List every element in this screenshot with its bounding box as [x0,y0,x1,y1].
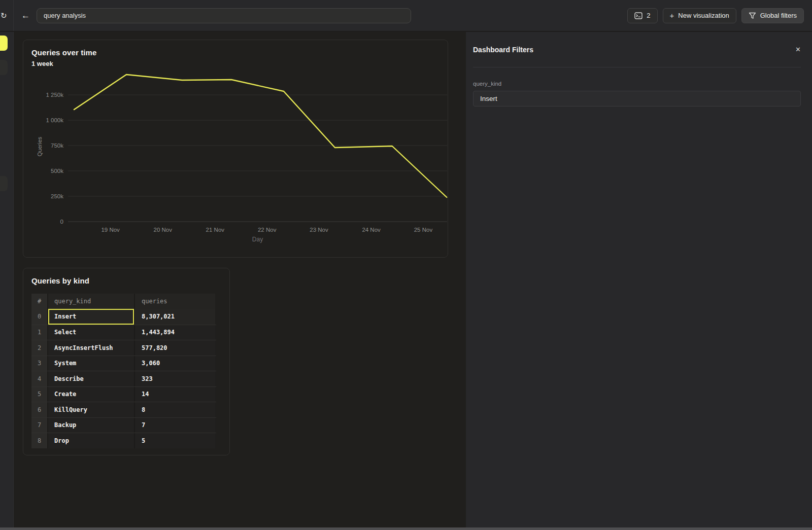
x-axis-title: Day [252,236,263,243]
queries-value-cell[interactable]: 1,443,894 [135,325,215,340]
row-index-cell[interactable]: 8 [31,433,48,448]
queries-value-cell[interactable]: 5 [135,433,215,448]
console-panel-icon [634,12,642,19]
table-row: 4Describe323 [31,371,216,386]
table-row: 6KillQuery8 [31,402,216,417]
table-header-index: # [31,294,48,309]
new-visualization-button[interactable]: + New visualization [663,8,736,23]
new-visualization-label: New visualization [678,12,729,19]
query-kind-cell[interactable]: Drop [48,433,135,448]
y-tick-label: 1 000k [46,117,63,123]
table-title: Queries by kind [31,276,221,285]
back-arrow-icon[interactable]: ← [21,11,30,20]
dashboard-filters-panel: Dashboard Filters ✕ query_kind [466,32,812,530]
query-kind-cell[interactable]: AsyncInsertFlush [48,340,135,356]
queries-value-cell[interactable]: 8,307,021 [135,309,215,325]
x-tick-label: 24 Nov [362,227,381,233]
global-filters-button[interactable]: Global filters [741,8,804,23]
x-tick-label: 22 Nov [258,227,277,233]
queries-line-series [74,75,447,197]
line-chart: 0250k500k750k1 000k1 250k19 Nov20 Nov21 … [23,70,448,249]
sidebar-item[interactable] [0,60,8,75]
row-index-cell[interactable]: 7 [31,418,48,433]
table-row: 8Drop5 [31,433,216,448]
query-kind-cell[interactable]: KillQuery [48,402,135,417]
table-card-queries-by-kind: Queries by kind # query_kind queries 0In… [23,268,230,455]
query-kind-cell[interactable]: Insert [48,309,135,325]
row-index-cell[interactable]: 5 [31,387,48,402]
row-index-cell[interactable]: 2 [31,340,48,356]
dashboard-canvas: Queries over time 1 week 0250k500k750k1 … [14,32,466,530]
filter-field-label: query_kind [473,81,801,87]
x-tick-label: 23 Nov [310,227,328,233]
row-index-cell[interactable]: 4 [31,371,48,386]
chart-title: Queries over time [31,48,439,57]
plus-icon: + [670,12,674,19]
left-sidebar-strip [0,32,14,530]
queries-value-cell[interactable]: 577,820 [135,340,215,356]
table-body: 0Insert8,307,0211Select1,443,8942AsyncIn… [31,309,216,448]
top-bar-actions: 2 + New visualization Global filters [627,8,804,23]
x-tick-label: 25 Nov [414,227,433,233]
filters-panel-title: Dashboard Filters [473,46,533,54]
global-filters-label: Global filters [760,12,797,19]
query-kind-cell[interactable]: Select [48,325,135,340]
queries-value-cell[interactable]: 7 [135,418,215,433]
funnel-filter-icon [749,12,756,19]
y-tick-label: 0 [60,219,63,225]
y-tick-label: 250k [51,193,63,199]
table-row: 3System3,060 [31,356,216,371]
table-header-queries: queries [135,294,215,309]
table-row: 2AsyncInsertFlush577,820 [31,340,216,356]
dashboard-title-input[interactable] [37,8,411,23]
x-tick-label: 19 Nov [101,227,120,233]
queries-value-cell[interactable]: 8 [135,402,215,417]
x-tick-label: 21 Nov [206,227,225,233]
bottom-scrollbar[interactable] [0,527,812,530]
x-tick-label: 20 Nov [154,227,173,233]
filters-panel-header: Dashboard Filters ✕ [473,32,801,67]
table-row: 7Backup7 [31,417,216,433]
queries-value-cell[interactable]: 14 [135,387,215,402]
y-axis-title: Queries [37,136,43,156]
query-kind-cell[interactable]: Create [48,387,135,402]
table-row: 5Create14 [31,386,216,402]
row-index-cell[interactable]: 0 [31,309,48,325]
row-index-cell[interactable]: 1 [31,325,48,340]
table-header-query-kind: query_kind [48,294,135,309]
queries-value-cell[interactable]: 323 [135,371,215,386]
table-header-row: # query_kind queries [31,294,216,309]
table-row: 0Insert8,307,021 [31,309,216,325]
query-kind-cell[interactable]: System [48,356,135,371]
top-bar: ↻ ← 2 + New visualization Global filters [0,0,812,31]
queries-value-cell[interactable]: 3,060 [135,356,215,371]
query-kind-filter-input[interactable] [473,91,801,107]
query-kind-cell[interactable]: Backup [48,418,135,433]
top-bar-left-section: ↻ [0,0,14,31]
y-tick-label: 500k [51,168,63,174]
query-kind-cell[interactable]: Describe [48,371,135,386]
chart-card-queries-over-time: Queries over time 1 week 0250k500k750k1 … [23,40,448,258]
chart-subtitle: 1 week [31,60,439,67]
sidebar-item-active[interactable] [0,36,8,51]
history-refresh-icon[interactable]: ↻ [1,11,7,20]
visualization-count-label: 2 [647,12,650,19]
queries-over-time-chart-svg: 0250k500k750k1 000k1 250k19 Nov20 Nov21 … [23,70,448,249]
y-tick-label: 1 250k [46,92,63,98]
row-index-cell[interactable]: 3 [31,356,48,371]
y-tick-label: 750k [51,143,63,149]
row-index-cell[interactable]: 6 [31,402,48,417]
visualization-count-button[interactable]: 2 [627,8,657,23]
table-row: 1Select1,443,894 [31,325,216,340]
sidebar-item[interactable] [0,176,8,191]
close-icon[interactable]: ✕ [795,46,801,53]
queries-by-kind-table: # query_kind queries 0Insert8,307,0211Se… [31,294,216,448]
